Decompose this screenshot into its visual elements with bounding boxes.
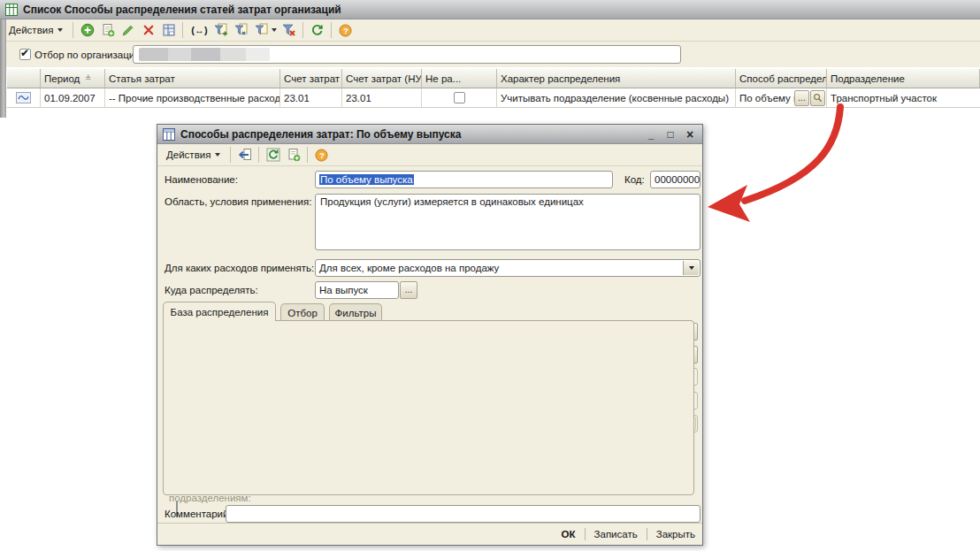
header-nature[interactable]: Характер распределения	[497, 69, 736, 88]
minimize-button[interactable]: _	[644, 128, 658, 141]
organization-filter-checkbox[interactable]	[19, 49, 31, 60]
header-department[interactable]: Подразделение	[827, 69, 980, 88]
dialog-actions-label: Действия	[166, 149, 211, 160]
filter-by-value-button[interactable]	[233, 21, 251, 39]
target-label: Куда распределять:	[165, 285, 258, 295]
sort-ascending-icon: ≜	[85, 74, 91, 82]
edit-button[interactable]	[119, 21, 137, 39]
close-dialog-button[interactable]: Закрыть	[647, 529, 697, 540]
tab-distribution-base[interactable]: База распределения	[163, 302, 276, 321]
filter-settings-button[interactable]	[212, 21, 231, 39]
header-method[interactable]: Способ распределен...	[736, 69, 827, 88]
header-period[interactable]: Период≜	[41, 69, 105, 88]
code-field[interactable]: 000000001	[650, 171, 701, 188]
name-field[interactable]: По объему выпуска	[315, 171, 613, 188]
cell-account-nu[interactable]: 23.01	[342, 88, 422, 108]
cell-account[interactable]: 23.01	[280, 88, 342, 108]
toolbar-separator	[302, 22, 303, 38]
target-ellipsis-button[interactable]: ...	[400, 281, 417, 299]
record-marker-icon	[16, 92, 31, 103]
not-distributed-checkbox[interactable]	[454, 92, 465, 103]
header-period-label: Период	[44, 73, 80, 84]
toolbar-separator	[182, 22, 183, 38]
row-marker-cell	[7, 88, 41, 108]
dialog-title: Способы распределения затрат: По объему …	[180, 128, 639, 141]
main-toolbar: Действия (↔) ?	[0, 19, 980, 42]
add-button[interactable]	[78, 21, 96, 39]
reread-button[interactable]	[235, 146, 254, 164]
cell-not-distributed[interactable]	[422, 88, 497, 108]
organization-filter-label: Отбор по организации	[34, 50, 141, 60]
comment-label: Комментарий:	[165, 509, 232, 519]
distribution-method-dialog: Способы распределения затрат: По объему …	[157, 124, 703, 546]
header-not-distributed[interactable]: Не ра...	[422, 69, 497, 88]
table-header-row: Период≜ Статья затрат Счет затрат Счет з…	[7, 69, 980, 88]
header-row-marker[interactable]	[7, 69, 41, 88]
cell-method-text: По объему выпус	[739, 93, 794, 103]
dialog-copy-button[interactable]	[284, 146, 302, 164]
dialog-actions-menu-button[interactable]: Действия	[161, 148, 226, 162]
redacted-organization-value	[139, 48, 270, 61]
close-button[interactable]: ×	[683, 128, 697, 141]
tab-selection[interactable]: Отбор	[280, 303, 325, 321]
dialog-button-bar: ОК Записать Закрыть	[157, 523, 702, 545]
svg-text:?: ?	[319, 150, 325, 160]
main-titlebar: Список Способы распределения статей затр…	[0, 0, 980, 19]
expenses-dropdown-button[interactable]	[683, 261, 699, 275]
expenses-value: Для всех, кроме расходов на продажу	[319, 263, 499, 273]
filter-history-button[interactable]	[253, 21, 278, 39]
toolbar-separator	[230, 147, 231, 163]
toolbar-separator	[331, 22, 332, 38]
scope-label: Область, условия применения:	[165, 196, 311, 207]
method-ellipsis-button[interactable]: ...	[794, 90, 809, 106]
maximize-button[interactable]: □	[663, 128, 678, 141]
copy-button[interactable]	[98, 21, 117, 39]
chevron-down-icon	[272, 28, 277, 32]
toolbar-separator	[307, 147, 308, 163]
cell-method[interactable]: По объему выпус ...	[736, 88, 827, 108]
table-row[interactable]: 01.09.2007 -- Прочие производственные ра…	[7, 88, 980, 108]
cell-period[interactable]: 01.09.2007	[41, 88, 105, 108]
tab-filters[interactable]: Фильтры	[329, 303, 382, 321]
comment-field[interactable]	[226, 505, 701, 523]
dialog-titlebar: Способы распределения затрат: По объему …	[157, 125, 702, 144]
method-lookup-button[interactable]	[810, 90, 825, 106]
organization-filter-row: Отбор по организации	[0, 42, 980, 67]
cell-nature[interactable]: Учитывать подразделение (косвенные расхо…	[497, 88, 736, 108]
expenses-select[interactable]: Для всех, кроме расходов на продажу	[315, 259, 701, 277]
help-button[interactable]: ?	[336, 21, 355, 39]
name-label: Наименование:	[165, 174, 238, 185]
toolbar-separator	[258, 147, 259, 163]
target-field[interactable]: На выпуск	[315, 281, 399, 299]
name-value-selected: По объему выпуска	[319, 174, 414, 185]
code-label: Код:	[624, 174, 645, 185]
header-account-nu[interactable]: Счет затрат (НУ)	[342, 69, 422, 88]
cell-department[interactable]: Транспортный участок	[827, 88, 980, 108]
dialog-refresh-button[interactable]	[264, 146, 282, 164]
date-range-button[interactable]: (↔)	[188, 21, 211, 39]
distribution-base-panel	[163, 320, 694, 495]
delete-button[interactable]	[139, 21, 157, 39]
dialog-toolbar: Действия ?	[157, 144, 702, 166]
main-window-title: Список Способы распределения статей затр…	[23, 4, 341, 16]
actions-menu-button[interactable]: Действия	[4, 23, 68, 37]
list-window-icon	[5, 4, 18, 16]
actions-menu-label: Действия	[9, 25, 53, 35]
chevron-down-icon	[215, 153, 220, 157]
catalog-item-icon	[163, 128, 175, 141]
header-account[interactable]: Счет затрат	[280, 69, 342, 88]
cell-cost-item[interactable]: -- Прочие производственные расходы	[105, 88, 280, 108]
clear-filter-button[interactable]	[279, 21, 298, 39]
header-cost-item[interactable]: Статья затрат	[105, 69, 280, 88]
refresh-button[interactable]	[308, 21, 326, 39]
chevron-down-icon	[689, 266, 694, 270]
organization-filter-field[interactable]	[133, 45, 681, 64]
chevron-down-icon	[57, 28, 63, 32]
write-button[interactable]: Записать	[586, 529, 647, 540]
dialog-help-button[interactable]: ?	[312, 146, 331, 164]
scope-field[interactable]: Продукция (услуги) измеряется в одинаков…	[315, 194, 701, 250]
window-frame-left	[0, 19, 6, 118]
ok-button[interactable]: ОК	[553, 529, 585, 540]
toolbar-separator	[73, 22, 73, 38]
save-list-settings-button[interactable]	[159, 21, 178, 39]
